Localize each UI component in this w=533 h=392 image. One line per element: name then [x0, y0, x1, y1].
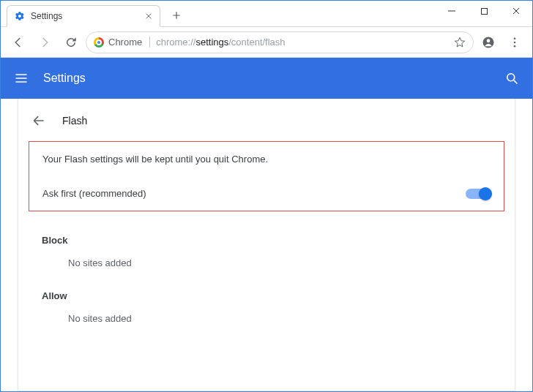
svg-point-5 [514, 45, 516, 47]
highlighted-settings-box: Your Flash settings will be kept until y… [29, 141, 504, 211]
browser-tab[interactable]: Settings [7, 5, 160, 27]
toggle-thumb [479, 187, 492, 200]
content-area: Flash Your Flash settings will be kept u… [1, 99, 532, 391]
section-title: Flash [62, 115, 87, 127]
url-text: chrome://settings/content/flash [156, 37, 448, 48]
svg-point-3 [514, 37, 516, 39]
svg-point-4 [514, 41, 516, 43]
svg-point-2 [487, 39, 491, 42]
gear-icon [15, 11, 25, 21]
new-tab-button[interactable] [166, 5, 187, 26]
tab-title: Settings [31, 11, 139, 21]
hamburger-menu-icon[interactable] [12, 69, 30, 87]
ask-first-label: Ask first (recommended) [42, 188, 466, 199]
chrome-origin-label: Chrome [108, 37, 142, 48]
browser-toolbar: Chrome chrome://settings/content/flash [1, 27, 532, 58]
reload-button[interactable] [59, 31, 83, 54]
ask-first-row: Ask first (recommended) [42, 176, 491, 211]
chrome-origin-chip: Chrome [94, 37, 150, 48]
back-button[interactable] [7, 31, 30, 54]
ask-first-toggle[interactable] [466, 189, 491, 199]
forward-button[interactable] [33, 31, 56, 54]
allow-section-label: Allow [18, 283, 515, 310]
settings-header: Settings [1, 58, 532, 99]
kebab-menu-icon[interactable] [503, 31, 526, 54]
profile-button[interactable] [477, 31, 500, 54]
maximize-button[interactable] [468, 1, 500, 21]
block-empty-message: No sites added [18, 255, 515, 283]
back-arrow-icon[interactable] [31, 113, 46, 128]
minimize-button[interactable] [436, 1, 468, 21]
search-icon[interactable] [503, 69, 521, 87]
flash-notice-row: Your Flash settings will be kept until y… [42, 142, 491, 176]
block-section-label: Block [18, 227, 515, 255]
settings-card: Flash Your Flash settings will be kept u… [18, 99, 515, 391]
close-icon[interactable] [145, 12, 152, 20]
window-titlebar: Settings [1, 1, 532, 27]
window-close-button[interactable] [500, 1, 532, 21]
svg-rect-0 [481, 8, 487, 14]
flash-notice-text: Your Flash settings will be kept until y… [42, 154, 491, 165]
window-controls [436, 1, 532, 21]
chrome-icon [94, 37, 104, 48]
page-title: Settings [43, 72, 490, 85]
card-header: Flash [18, 110, 515, 138]
address-bar[interactable]: Chrome chrome://settings/content/flash [86, 31, 474, 53]
svg-point-6 [507, 74, 515, 81]
bookmark-star-icon[interactable] [454, 37, 466, 48]
allow-empty-message: No sites added [18, 310, 515, 339]
